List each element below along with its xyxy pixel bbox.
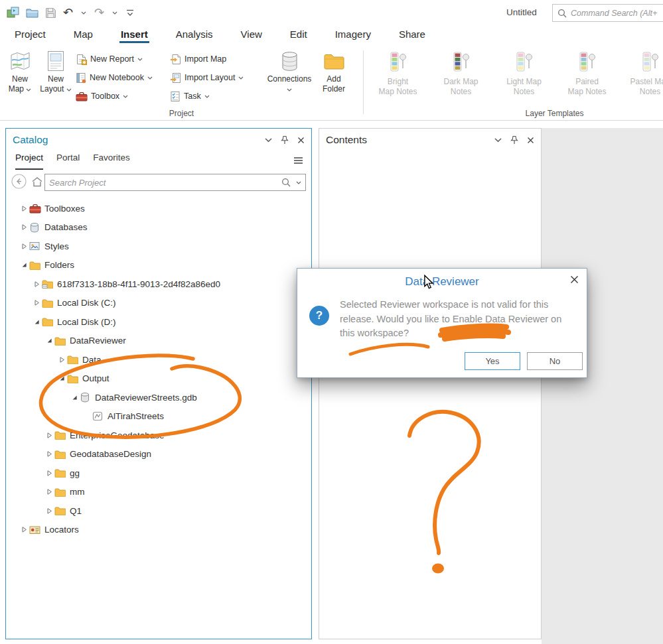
back-icon[interactable]: [11, 174, 27, 189]
new-map-button[interactable]: New Map: [4, 49, 36, 94]
new-layout-button[interactable]: New Layout: [38, 49, 74, 94]
tree-item-local-disk-d[interactable]: Local Disk (D:): [6, 312, 311, 332]
layer-template-paired-map-notes[interactable]: PairedMap Notes: [555, 45, 619, 111]
tree-item-local-disk-c[interactable]: Local Disk (C:): [6, 294, 311, 313]
tree-item-altirahstreets[interactable]: AlTirahStreets: [6, 407, 311, 426]
expand-arrow-icon[interactable]: [19, 206, 29, 212]
command-search-input[interactable]: [571, 9, 663, 18]
ribbon-tab-edit[interactable]: Edit: [289, 27, 309, 43]
expand-arrow-icon[interactable]: [44, 489, 54, 495]
collapse-arrow-icon[interactable]: [19, 262, 29, 268]
search-box[interactable]: [44, 174, 306, 191]
tree-item-locators[interactable]: Locators: [6, 521, 311, 540]
undo-icon[interactable]: ↶: [63, 5, 73, 21]
add-folder-button[interactable]: Add Folder: [316, 49, 352, 94]
tree-item-mm[interactable]: mm: [6, 483, 311, 502]
catalog-tab-favorites[interactable]: Favorites: [93, 153, 130, 170]
menu-chevron-icon[interactable]: [111, 5, 119, 21]
import-map-button[interactable]: Import Map: [170, 52, 226, 66]
close-icon[interactable]: [297, 137, 305, 144]
expand-arrow-icon[interactable]: [19, 527, 29, 533]
tree-item-folders[interactable]: Folders: [6, 256, 311, 275]
layer-template-light-map-notes[interactable]: Light MapNotes: [492, 45, 555, 111]
collapse-arrow-icon[interactable]: [57, 375, 67, 381]
save-icon[interactable]: [45, 5, 56, 21]
tree-item-618f7313-18b8-4f11-9013-2d4f82a86ed0[interactable]: 618f7313-18b8-4f11-9013-2d4f82a86ed0: [6, 275, 311, 294]
expand-arrow-icon[interactable]: [32, 281, 42, 287]
open-project-icon[interactable]: [26, 5, 38, 21]
tree-item-gg[interactable]: gg: [6, 464, 311, 483]
catalog-tab-portal[interactable]: Portal: [56, 153, 80, 170]
expand-arrow-icon[interactable]: [19, 243, 29, 249]
ribbon-tab-analysis[interactable]: Analysis: [175, 27, 214, 43]
add-folder-icon: [316, 49, 352, 73]
ribbon-tab-map[interactable]: Map: [72, 27, 94, 43]
chevron-down-icon[interactable]: [494, 138, 502, 143]
ribbon-tab-project[interactable]: Project: [13, 27, 47, 43]
layer-template-label: Map Notes: [366, 87, 429, 97]
new-notebook-icon: [76, 72, 86, 84]
no-button[interactable]: No: [527, 352, 583, 370]
titlebar: ↶↷ Untitled: [0, 0, 663, 27]
connections-button[interactable]: Connections: [267, 49, 312, 94]
pin-icon[interactable]: [510, 135, 518, 145]
layer-template-pastel-map-notes[interactable]: Pastel MapNotes: [619, 45, 663, 111]
ribbon-tab-insert[interactable]: Insert: [119, 27, 149, 43]
ribbon-tab-imagery[interactable]: Imagery: [334, 27, 372, 43]
import-layout-button[interactable]: Import Layout: [170, 70, 244, 85]
tree-item-label: Styles: [44, 241, 69, 251]
expand-arrow-icon[interactable]: [44, 432, 54, 438]
tree-item-q1[interactable]: Q1: [6, 501, 311, 521]
folder-icon: [29, 261, 43, 270]
collapse-arrow-icon[interactable]: [44, 338, 54, 344]
close-icon[interactable]: [527, 137, 534, 144]
expand-arrow-icon[interactable]: [19, 224, 29, 230]
expand-arrow-icon[interactable]: [44, 451, 54, 457]
collapse-arrow-icon[interactable]: [70, 395, 80, 401]
task-button[interactable]: Task: [170, 89, 210, 103]
close-icon[interactable]: [570, 275, 579, 284]
project-group-label: Project: [0, 109, 363, 118]
tree-item-data[interactable]: Data: [6, 350, 311, 369]
search-input[interactable]: [49, 178, 276, 188]
expand-arrow-icon[interactable]: [44, 470, 54, 476]
yes-button[interactable]: Yes: [465, 352, 520, 370]
import-map-label: Import Map: [184, 54, 226, 64]
tree-item-datareviewerstreets-gdb[interactable]: DataReviewerStreets.gdb: [6, 388, 311, 407]
search-icon: [281, 178, 291, 187]
pin-icon[interactable]: [281, 135, 289, 145]
import-layout-label: Import Layout: [184, 73, 235, 82]
tree-item-databases[interactable]: Databases: [6, 218, 311, 237]
new-notebook-button[interactable]: New Notebook: [76, 70, 153, 85]
menu-icon[interactable]: [293, 157, 303, 164]
catalog-tab-project[interactable]: Project: [15, 153, 43, 170]
layer-template-bright-map-notes[interactable]: BrightMap Notes: [366, 45, 429, 111]
toolbox-button[interactable]: Toolbox: [76, 89, 128, 103]
catalog-tree: ToolboxesDatabasesStylesFolders618f7313-…: [6, 199, 311, 638]
tree-item-output[interactable]: Output: [6, 369, 311, 389]
chevron-down-icon[interactable]: [296, 181, 301, 184]
tree-item-enterprisegeodatabase[interactable]: EnterpriseGeodatabase: [6, 426, 311, 445]
expand-arrow-icon[interactable]: [57, 357, 67, 363]
menu-chevron-icon[interactable]: [80, 5, 88, 21]
new-project-icon[interactable]: [7, 5, 19, 21]
command-search-box[interactable]: [552, 4, 663, 22]
expand-arrow-icon[interactable]: [32, 300, 42, 306]
collapse-arrow-icon[interactable]: [32, 319, 42, 325]
contents-header: Contents: [319, 129, 541, 151]
tree-item-geodatabasedesign[interactable]: GeodatabaseDesign: [6, 445, 311, 464]
home-icon[interactable]: [31, 176, 43, 187]
redo-icon[interactable]: ↷: [94, 5, 104, 21]
layer-template-dark-map-notes[interactable]: Dark MapNotes: [429, 45, 492, 111]
tree-item-label: DataReviewer: [70, 336, 126, 346]
ribbon-tab-share[interactable]: Share: [398, 27, 427, 43]
tree-item-toolboxes[interactable]: Toolboxes: [6, 199, 311, 218]
tree-item-datareviewer[interactable]: DataReviewer: [6, 332, 311, 351]
ribbon-tab-view[interactable]: View: [240, 27, 263, 43]
tree-item-styles[interactable]: Styles: [6, 237, 311, 256]
catalog-header: Catalog: [6, 129, 311, 151]
expand-arrow-icon[interactable]: [44, 508, 54, 514]
customize-toolbar-icon[interactable]: [125, 5, 135, 21]
chevron-down-icon[interactable]: [265, 138, 272, 143]
new-report-button[interactable]: New Report: [76, 52, 143, 66]
